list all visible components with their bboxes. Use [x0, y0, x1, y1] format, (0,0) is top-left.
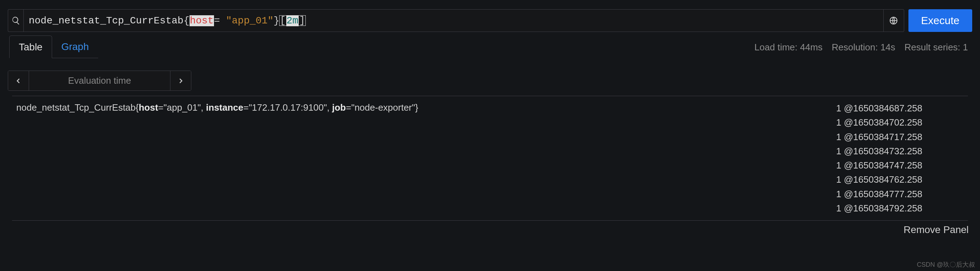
result-value-line: 1 @1650384747.258: [836, 158, 964, 172]
query-stats: Load time: 44ms Resolution: 14s Result s…: [754, 40, 971, 53]
time-prev-button[interactable]: [8, 71, 29, 91]
tab-table[interactable]: Table: [9, 35, 52, 58]
stat-series: Result series: 1: [905, 42, 968, 53]
result-value-line: 1 @1650384792.258: [836, 201, 964, 215]
result-value-line: 1 @1650384687.258: [836, 101, 964, 115]
search-icon[interactable]: [8, 9, 23, 32]
brace-close: }: [274, 15, 280, 26]
result-value-line: 1 @1650384777.258: [836, 187, 964, 201]
stat-load-time: Load time: 44ms: [754, 42, 822, 53]
query-input[interactable]: node_netstat_Tcp_CurrEstab{host= "app_01…: [23, 9, 884, 32]
panel-footer: Remove Panel: [3, 221, 977, 237]
time-bar: [3, 64, 977, 96]
result-value-line: 1 @1650384702.258: [836, 115, 964, 129]
chevron-left-icon: [15, 77, 22, 84]
tab-graph[interactable]: Graph: [52, 35, 98, 58]
execute-button[interactable]: Execute: [908, 9, 972, 32]
result-metric: node_netstat_Tcp_CurrEstab{host="app_01"…: [16, 101, 836, 215]
globe-icon[interactable]: [884, 9, 904, 32]
query-label-name: host: [189, 15, 214, 26]
query-label-value: "app_01": [226, 15, 274, 26]
meta-row: Table Graph Load time: 44ms Resolution: …: [3, 35, 977, 61]
watermark: CSDN @玖〇后大叔: [917, 260, 975, 269]
query-metric: node_netstat_Tcp_CurrEstab: [29, 15, 183, 26]
result-value-line: 1 @1650384732.258: [836, 144, 964, 158]
query-bar: node_netstat_Tcp_CurrEstab{host= "app_01…: [3, 3, 977, 35]
brace-open: {: [183, 15, 189, 26]
time-stepper: [8, 70, 191, 91]
remove-panel-link[interactable]: Remove Panel: [904, 224, 969, 236]
equals: =: [214, 15, 226, 26]
result-row: node_netstat_Tcp_CurrEstab{host="app_01"…: [12, 96, 968, 221]
cursor: ]: [299, 16, 305, 26]
time-next-button[interactable]: [170, 71, 191, 91]
result-values: 1 @1650384687.2581 @1650384702.2581 @165…: [836, 101, 964, 215]
chevron-right-icon: [177, 77, 184, 84]
tabs: Table Graph: [9, 35, 98, 58]
evaluation-time-input[interactable]: [29, 71, 170, 91]
stat-resolution: Resolution: 14s: [832, 42, 895, 53]
result-value-line: 1 @1650384717.258: [836, 130, 964, 144]
query-range: 2m: [286, 15, 299, 26]
cursor: [: [280, 16, 286, 26]
result-value-line: 1 @1650384762.258: [836, 172, 964, 187]
